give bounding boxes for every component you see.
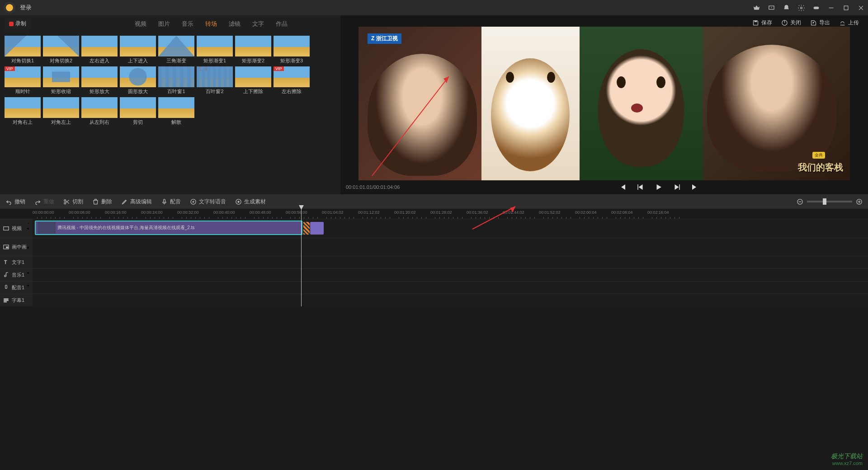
transition-label: 矩形渐变3 <box>274 57 310 64</box>
mic-icon <box>161 198 168 205</box>
export-button[interactable]: 导出 <box>810 19 830 27</box>
zoom-slider[interactable] <box>807 201 852 202</box>
tab-视频[interactable]: 视频 <box>135 20 146 28</box>
zoom-out-button[interactable] <box>797 198 803 205</box>
upload-icon <box>839 19 846 26</box>
record-button[interactable]: 录制 <box>5 18 31 29</box>
transition-item[interactable]: VIP左右擦除 <box>274 66 310 95</box>
redo-button[interactable]: 重做 <box>34 198 54 206</box>
transition-item[interactable]: 百叶窗1 <box>158 66 194 95</box>
transition-item[interactable]: 圆形放大 <box>120 66 156 95</box>
close-project-button[interactable]: 关闭 <box>781 19 801 27</box>
goto-end-button[interactable] <box>691 183 699 191</box>
transition-item[interactable]: 左右进入 <box>81 36 118 64</box>
undo-button[interactable]: 撤销 <box>5 198 25 206</box>
generate-button[interactable]: 生成素材 <box>235 198 266 206</box>
video-clip[interactable]: 腾讯视频 - 中国领先的在线视频媒体平台,海量高清视频在线观看_2.ts <box>35 221 302 235</box>
eye-icon[interactable] <box>26 258 31 263</box>
track-head-text: T文字1 <box>0 256 33 268</box>
next-frame-button[interactable] <box>673 183 681 191</box>
transition-item[interactable]: 对角左上 <box>43 97 79 126</box>
goto-start-button[interactable] <box>618 183 627 191</box>
transition-item[interactable]: VIP顺时针 <box>5 66 41 95</box>
minimize-icon[interactable] <box>828 5 835 11</box>
transition-item[interactable]: 矩形渐变2 <box>235 36 271 64</box>
transition-label: 上下进入 <box>120 57 156 64</box>
crown-icon[interactable] <box>753 5 760 11</box>
clip-thumbnail <box>38 222 56 234</box>
tab-文字[interactable]: 文字 <box>252 20 264 28</box>
transition-item[interactable]: 解散 <box>158 97 194 126</box>
login-link[interactable]: 登录 <box>20 4 32 12</box>
preview-viewport: Z 浙江卫视 我们的客栈 金典 <box>359 27 850 180</box>
svg-rect-3 <box>814 7 819 9</box>
tab-转场[interactable]: 转场 <box>205 20 217 28</box>
transition-item[interactable]: 对角切换2 <box>43 36 79 64</box>
eye-icon[interactable] <box>26 296 31 301</box>
controller-icon[interactable] <box>813 5 820 11</box>
speaker-icon[interactable] <box>26 271 31 275</box>
gear-icon[interactable] <box>798 5 805 11</box>
upload-button[interactable]: 上传 <box>839 19 859 27</box>
transition-item[interactable]: 矩形渐变3 <box>274 36 310 64</box>
eye-icon[interactable] <box>26 221 31 226</box>
dub-button[interactable]: 配音 <box>161 198 181 206</box>
transition-item[interactable]: 对角右上 <box>5 97 41 126</box>
eye-icon[interactable] <box>26 240 31 244</box>
transition-item[interactable]: 矩形放大 <box>81 66 118 95</box>
svg-point-34 <box>27 241 30 243</box>
svg-rect-15 <box>679 184 680 190</box>
prev-frame-button[interactable] <box>637 183 645 191</box>
svg-point-41 <box>27 297 30 299</box>
close-icon[interactable] <box>858 5 864 11</box>
speaker-icon[interactable] <box>26 245 31 250</box>
transition-item[interactable]: 三角渐变 <box>158 36 194 64</box>
transition-item[interactable]: 对角切换1 <box>5 36 41 64</box>
advanced-edit-button[interactable]: 高级编辑 <box>121 198 152 206</box>
transition-item[interactable]: 剪切 <box>120 97 156 126</box>
tab-图片[interactable]: 图片 <box>158 20 170 28</box>
cut-button[interactable]: 切割 <box>63 198 83 206</box>
transition-item[interactable]: 上下进入 <box>120 36 156 64</box>
transition-item[interactable]: 上下擦除 <box>235 66 271 95</box>
trash-icon <box>92 198 99 205</box>
tab-作品[interactable]: 作品 <box>276 20 288 28</box>
svg-point-17 <box>64 202 66 204</box>
bell-icon[interactable] <box>783 5 790 11</box>
transition-label: 矩形渐变2 <box>235 57 271 64</box>
playhead[interactable] <box>301 209 302 306</box>
transition-label: 上下擦除 <box>235 88 271 95</box>
svg-point-23 <box>238 201 240 202</box>
timeline-ruler[interactable]: 00:00:00:0000:00:08:0000:00:16:0000:00:2… <box>33 209 868 219</box>
video-clip-2[interactable] <box>310 222 324 235</box>
transition-item[interactable]: 矩形渐变1 <box>197 36 233 64</box>
delete-button[interactable]: 删除 <box>92 198 112 206</box>
svg-rect-33 <box>6 247 8 248</box>
zoom-in-button[interactable] <box>856 198 863 205</box>
svg-point-2 <box>801 7 802 9</box>
svg-rect-20 <box>164 199 165 202</box>
transition-label: 圆形放大 <box>120 88 156 95</box>
maximize-icon[interactable] <box>843 5 849 11</box>
music-track-icon <box>3 272 9 278</box>
tab-音乐[interactable]: 音乐 <box>182 20 193 28</box>
svg-point-1 <box>771 7 772 8</box>
speaker-icon[interactable] <box>26 226 31 231</box>
tts-button[interactable]: 文字转语音 <box>190 198 226 206</box>
save-button[interactable]: 保存 <box>752 19 772 27</box>
play-button[interactable] <box>655 183 663 191</box>
transition-item[interactable]: VIP百叶窗2 <box>197 66 233 95</box>
app-logo <box>4 2 15 14</box>
svg-rect-37 <box>5 285 7 289</box>
svg-point-36 <box>27 259 30 261</box>
transition-item[interactable]: 矩形收缩 <box>43 66 79 95</box>
track-head-video: 视频 <box>0 219 33 238</box>
tab-滤镜[interactable]: 滤镜 <box>229 20 241 28</box>
transition-clip[interactable] <box>303 222 310 235</box>
transition-label: 矩形放大 <box>81 88 118 95</box>
screen-icon[interactable] <box>768 5 775 11</box>
transition-label: 矩形渐变1 <box>197 57 233 64</box>
speaker-icon[interactable] <box>26 283 31 288</box>
transition-label: 剪切 <box>120 119 156 126</box>
transition-item[interactable]: 从左到右 <box>81 97 118 126</box>
